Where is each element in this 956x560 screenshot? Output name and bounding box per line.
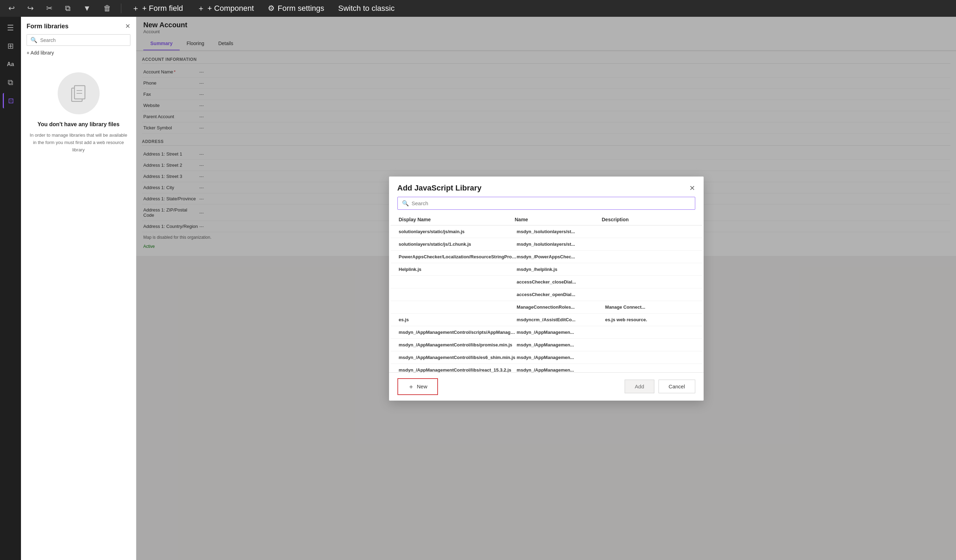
search-icon: 🔍: [30, 37, 38, 43]
redo-button[interactable]: ↪: [24, 2, 36, 14]
cell-name-5: accessChecker_openDial...: [517, 292, 605, 297]
cell-desc-4: [605, 279, 693, 285]
libraries-search-box[interactable]: 🔍: [27, 34, 131, 46]
table-row[interactable]: msdyn_/AppManagementControl/scripts/AppM…: [390, 326, 702, 339]
table-row[interactable]: msdyn_/AppManagementControl/libs/react_1…: [390, 364, 702, 372]
libraries-search-input[interactable]: [40, 38, 127, 43]
empty-icon: [58, 72, 100, 114]
toolbar: ↩ ↪ ✂ ⧉ ▼ 🗑 ＋ + Form field ＋ + Component…: [0, 0, 956, 17]
panel-close-button[interactable]: ✕: [125, 22, 131, 30]
sidebar-icon-components[interactable]: ⊡: [3, 93, 18, 109]
cell-desc-6: Manage Connect...: [605, 304, 693, 310]
cell-display-3: Helplink.js: [399, 267, 517, 272]
cell-name-4: accessChecker_closeDial...: [517, 279, 605, 285]
sidebar-icon-dashboard[interactable]: ⊞: [3, 38, 18, 54]
plus-icon: ＋: [132, 3, 140, 14]
cell-desc-0: [605, 229, 693, 234]
table-row[interactable]: Helplink.js msdyn_/helplink.js: [390, 263, 702, 276]
table-row[interactable]: solutionlayers/static/js/main.js msdyn_/…: [390, 225, 702, 238]
table-row[interactable]: es.js msdyncrm_/AssistEditCo... es.js we…: [390, 313, 702, 326]
cell-desc-5: [605, 292, 693, 297]
sidebar-icon-layers[interactable]: ⧉: [3, 75, 18, 90]
copy-button[interactable]: ⧉: [62, 2, 73, 14]
cell-desc-3: [605, 267, 693, 272]
delete-button[interactable]: 🗑: [101, 2, 114, 14]
component-label: + Component: [208, 4, 254, 13]
svg-rect-1: [74, 86, 85, 99]
cell-display-9: msdyn_/AppManagementControl/libs/promise…: [399, 342, 517, 348]
table-row[interactable]: msdyn_/AppManagementControl/libs/promise…: [390, 339, 702, 351]
cell-desc-8: [605, 330, 693, 335]
main-layout: ☰ ⊞ Aa ⧉ ⊡ Form libraries ✕ 🔍 + Add libr…: [0, 17, 956, 560]
cell-display-0: solutionlayers/static/js/main.js: [399, 229, 517, 234]
cell-display-2: PowerAppsChecker/Localization/ResourceSt…: [399, 254, 517, 260]
cell-name-0: msdyn_/solutionlayers/st...: [517, 229, 605, 234]
add-library-button[interactable]: + Add library: [21, 47, 136, 58]
form-libraries-panel: Form libraries ✕ 🔍 + Add library You don…: [21, 17, 136, 560]
table-row[interactable]: ManageConnectionRoles... Manage Connect.…: [390, 301, 702, 313]
panel-title: Form libraries: [27, 23, 69, 30]
table-scroll-area[interactable]: solutionlayers/static/js/main.js msdyn_/…: [390, 225, 702, 372]
cell-display-10: msdyn_/AppManagementControl/libs/es6_shi…: [399, 355, 517, 360]
cell-name-3: msdyn_/helplink.js: [517, 267, 605, 272]
main-content: New Account Account Summary Flooring Det…: [136, 17, 956, 560]
dialog-close-button[interactable]: ✕: [689, 184, 695, 192]
form-settings-button[interactable]: ⚙ Form settings: [264, 2, 327, 14]
dialog-title: Add JavaScript Library: [398, 184, 482, 193]
new-plus-icon: ＋: [408, 382, 414, 391]
cell-desc-9: [605, 342, 693, 348]
component-button[interactable]: ＋ + Component: [193, 2, 258, 15]
empty-desc: In order to manage libraries that will b…: [28, 132, 129, 153]
col-header-name: Name: [515, 217, 602, 222]
cell-display-5: [399, 292, 517, 297]
form-field-button[interactable]: ＋ + Form field: [128, 2, 187, 15]
cell-name-10: msdyn_/AppManagemen...: [517, 355, 605, 360]
cell-display-7: es.js: [399, 317, 517, 322]
table-row[interactable]: solutionlayers/static/js/1.chunk.js msdy…: [390, 238, 702, 251]
cell-desc-7: es.js web resource.: [605, 317, 693, 322]
cell-name-7: msdyncrm_/AssistEditCo...: [517, 317, 605, 322]
add-button[interactable]: Add: [625, 380, 654, 393]
panel-header: Form libraries ✕: [21, 17, 136, 33]
component-plus-icon: ＋: [197, 3, 205, 14]
add-library-label: + Add library: [27, 50, 54, 55]
cut-button[interactable]: ✂: [43, 2, 55, 14]
table-row[interactable]: accessChecker_closeDial...: [390, 276, 702, 288]
dialog-header: Add JavaScript Library ✕: [389, 176, 704, 197]
left-sidebar: ☰ ⊞ Aa ⧉ ⊡: [0, 17, 21, 560]
col-header-desc: Description: [602, 217, 689, 222]
table-row[interactable]: msdyn_/AppManagementControl/libs/es6_shi…: [390, 351, 702, 364]
dialog-search-input[interactable]: [412, 200, 691, 206]
new-button[interactable]: ＋ New: [398, 378, 438, 395]
cell-name-2: msdyn_/PowerAppsChec...: [517, 254, 605, 260]
switch-classic-button[interactable]: Switch to classic: [335, 2, 398, 14]
cell-name-11: msdyn_/AppManagemen...: [517, 367, 605, 372]
undo-button[interactable]: ↩: [6, 2, 17, 14]
cell-desc-10: [605, 355, 693, 360]
toolbar-divider-1: [121, 3, 121, 13]
sidebar-icon-text[interactable]: Aa: [3, 57, 18, 72]
dialog-overlay: Add JavaScript Library ✕ 🔍 Display Name …: [136, 17, 956, 560]
cell-name-1: msdyn_/solutionlayers/st...: [517, 242, 605, 247]
dialog-search-icon: 🔍: [402, 200, 409, 207]
cell-desc-2: [605, 254, 693, 260]
table-header-row: Display Name Name Description: [390, 214, 702, 225]
empty-title: You don't have any library files: [38, 121, 120, 127]
form-field-label: + Form field: [142, 4, 183, 13]
add-javascript-library-dialog: Add JavaScript Library ✕ 🔍 Display Name …: [389, 176, 704, 401]
dialog-footer: ＋ New Add Cancel: [389, 372, 704, 401]
cell-name-8: msdyn_/AppManagemen...: [517, 330, 605, 335]
dialog-table: Display Name Name Description solutionla…: [390, 214, 702, 372]
new-label: New: [417, 384, 428, 389]
table-row[interactable]: PowerAppsChecker/Localization/ResourceSt…: [390, 251, 702, 263]
sidebar-icon-menu[interactable]: ☰: [3, 20, 18, 36]
table-row[interactable]: accessChecker_openDial...: [390, 288, 702, 301]
form-settings-label: Form settings: [278, 4, 324, 13]
dialog-search-box[interactable]: 🔍: [398, 197, 695, 210]
paste-button[interactable]: ▼: [80, 2, 94, 14]
cell-display-8: msdyn_/AppManagementControl/scripts/AppM…: [399, 330, 517, 335]
footer-right: Add Cancel: [625, 380, 695, 393]
cancel-button[interactable]: Cancel: [659, 380, 695, 393]
empty-state: You don't have any library files In orde…: [21, 58, 136, 560]
cell-name-9: msdyn_/AppManagemen...: [517, 342, 605, 348]
